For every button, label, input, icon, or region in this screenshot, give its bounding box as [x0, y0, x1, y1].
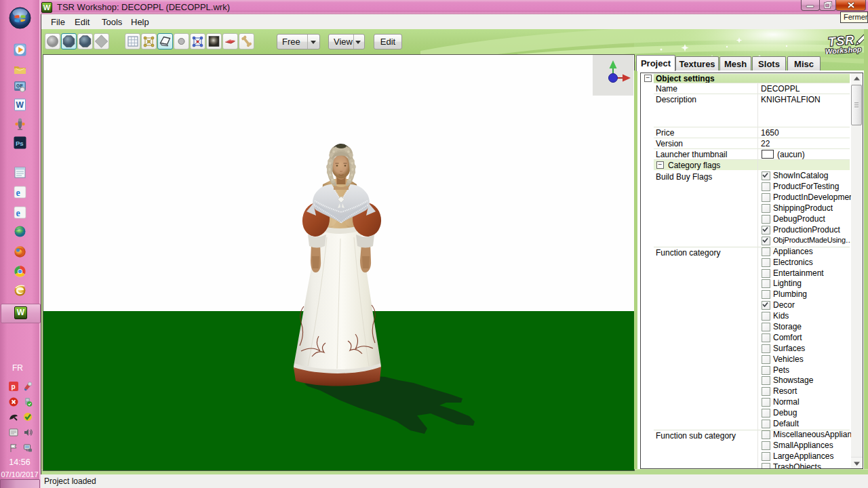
svg-text:p: p	[12, 383, 16, 390]
svg-text:e: e	[16, 208, 20, 218]
svg-text:W: W	[16, 100, 24, 110]
svg-text:Ps: Ps	[16, 140, 24, 147]
svg-text:e: e	[16, 188, 20, 198]
